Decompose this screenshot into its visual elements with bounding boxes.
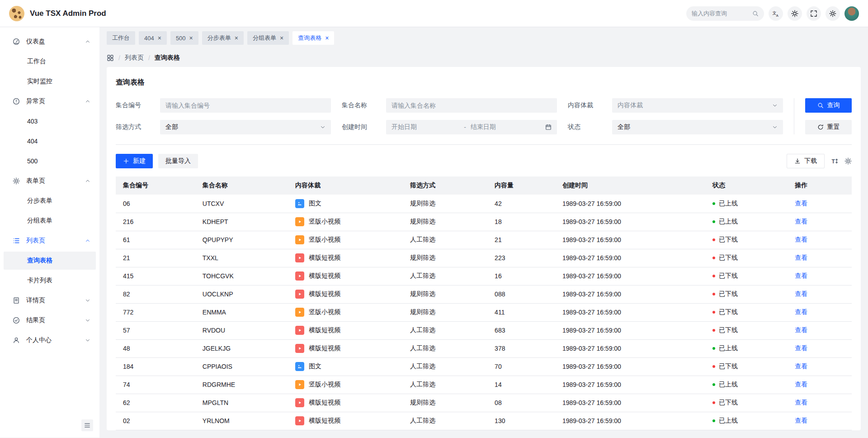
cell-created-time: 1989-03-27 16:59:00 <box>555 303 705 321</box>
download-icon <box>794 158 801 164</box>
breadcrumb-separator: / <box>148 54 150 62</box>
sidebar: 仪表盘工作台实时监控异常页403404500表单页分步表单分组表单列表页查询表格… <box>0 27 99 438</box>
tab-close-icon[interactable]: × <box>189 35 193 41</box>
collection-name-input[interactable] <box>386 98 557 113</box>
tab-item[interactable]: 分步表单× <box>202 31 244 45</box>
header-actions-area: 文A <box>686 6 859 21</box>
cell-genre: 竖版小视频 <box>288 376 403 394</box>
reset-button-label: 重置 <box>827 123 840 131</box>
fullscreen-icon <box>810 10 817 17</box>
settings-button[interactable] <box>826 6 840 21</box>
tab-label: 404 <box>144 35 154 42</box>
column-header: 创建时间 <box>555 176 705 195</box>
sidebar-collapse-button[interactable] <box>81 419 93 431</box>
genre-video-icon <box>295 308 304 317</box>
theme-button[interactable] <box>788 6 802 21</box>
table-row: 184CPPIAOIS图文人工筛选701989-03-27 16:59:00已下… <box>116 357 852 376</box>
sidebar-item[interactable]: 403 <box>4 112 96 130</box>
sidebar-section-0[interactable]: 仪表盘 <box>4 33 96 51</box>
view-link[interactable]: 查看 <box>795 417 807 424</box>
sidebar-section-3[interactable]: 列表页 <box>4 232 96 250</box>
view-link[interactable]: 查看 <box>795 272 807 279</box>
download-button[interactable]: 下载 <box>787 154 825 168</box>
avatar[interactable] <box>844 6 859 21</box>
tab-item[interactable]: 工作台 <box>107 31 135 45</box>
view-link[interactable]: 查看 <box>795 236 807 243</box>
view-link[interactable]: 查看 <box>795 200 807 207</box>
sidebar-section-5[interactable]: 结果页 <box>4 311 96 329</box>
sidebar-item[interactable]: 404 <box>4 132 96 150</box>
genre-label: 横版短视频 <box>309 344 340 352</box>
view-link[interactable]: 查看 <box>795 290 807 297</box>
genre-video-icon <box>295 253 304 262</box>
field-created-time: 创建时间 开始日期 - 结束日期 <box>342 120 557 134</box>
cell-collection-name: RVDOU <box>195 321 288 339</box>
view-link[interactable]: 查看 <box>795 218 807 225</box>
sidebar-section-label: 异常页 <box>26 97 85 105</box>
tab-item[interactable]: 404× <box>139 31 167 45</box>
tab-close-icon[interactable]: × <box>235 35 238 41</box>
view-link[interactable]: 查看 <box>795 381 807 388</box>
cell-collection-name: ENMMA <box>195 303 288 321</box>
tab-close-icon[interactable]: × <box>280 35 283 41</box>
sidebar-item[interactable]: 实时监控 <box>4 72 96 90</box>
sidebar-item[interactable]: 查询表格 <box>4 252 96 270</box>
batch-import-button[interactable]: 批量导入 <box>158 154 198 168</box>
view-link[interactable]: 查看 <box>795 399 807 406</box>
sidebar-section-label: 仪表盘 <box>26 38 85 46</box>
tab-label: 查询表格 <box>298 34 321 42</box>
cell-actions: 查看 <box>788 213 852 231</box>
collection-id-input[interactable] <box>160 98 331 113</box>
view-link[interactable]: 查看 <box>795 326 807 333</box>
column-header: 集合编号 <box>116 176 195 195</box>
reset-button[interactable]: 重置 <box>805 120 852 134</box>
status-select[interactable]: 全部 <box>612 120 783 134</box>
fullscreen-button[interactable] <box>807 6 821 21</box>
status-dot <box>712 238 715 241</box>
sidebar-section-6[interactable]: 个人中心 <box>4 331 96 349</box>
tab-bar: 工作台404×500×分步表单×分组表单×查询表格× <box>99 27 868 49</box>
status-label: 已上线 <box>719 344 738 352</box>
cell-actions: 查看 <box>788 249 852 267</box>
breadcrumb-item[interactable]: 列表页 <box>125 54 144 62</box>
tab-item[interactable]: 分组表单× <box>247 31 289 45</box>
cell-status: 已上线 <box>705 412 788 430</box>
view-link[interactable]: 查看 <box>795 344 807 352</box>
form-icon <box>13 177 20 185</box>
tab-close-icon[interactable]: × <box>325 35 329 41</box>
field-collection-name: 集合名称 <box>342 98 557 113</box>
translate-button[interactable]: 文A <box>769 6 783 21</box>
view-link[interactable]: 查看 <box>795 308 807 315</box>
genre-select[interactable]: 内容体裁 <box>612 98 783 113</box>
date-range-picker[interactable]: 开始日期 - 结束日期 <box>386 120 557 134</box>
view-link[interactable]: 查看 <box>795 362 807 370</box>
status-dot <box>712 329 715 332</box>
create-button[interactable]: 新建 <box>116 154 153 168</box>
sidebar-section-2[interactable]: 表单页 <box>4 172 96 190</box>
search-button[interactable]: 查询 <box>805 98 852 113</box>
calendar-icon <box>545 124 552 130</box>
status-dot <box>712 202 715 205</box>
header-search[interactable] <box>686 6 764 21</box>
sidebar-item[interactable]: 分组表单 <box>4 212 96 230</box>
genre-video-icon <box>295 290 304 299</box>
table-settings-icon[interactable] <box>844 157 852 165</box>
sidebar-section-4[interactable]: 详情页 <box>4 291 96 309</box>
cell-filter-mode: 人工筛选 <box>403 321 487 339</box>
sidebar-section-1[interactable]: 异常页 <box>4 92 96 110</box>
sidebar-item[interactable]: 工作台 <box>4 52 96 71</box>
sidebar-item[interactable]: 500 <box>4 152 96 170</box>
filter-mode-select[interactable]: 全部 <box>160 120 331 134</box>
view-link[interactable]: 查看 <box>795 254 807 261</box>
select-placeholder: 内容体裁 <box>618 101 643 110</box>
tab-item[interactable]: 查询表格× <box>292 31 334 45</box>
sidebar-item[interactable]: 分步表单 <box>4 192 96 210</box>
search-input[interactable] <box>692 10 749 17</box>
font-size-icon[interactable]: T <box>831 157 838 165</box>
status-dot <box>712 365 715 368</box>
cell-collection-id: 48 <box>116 339 195 357</box>
tab-item[interactable]: 500× <box>170 31 198 45</box>
tab-close-icon[interactable]: × <box>158 35 161 41</box>
status-label: 已上线 <box>719 417 738 425</box>
sidebar-item[interactable]: 卡片列表 <box>4 271 96 290</box>
